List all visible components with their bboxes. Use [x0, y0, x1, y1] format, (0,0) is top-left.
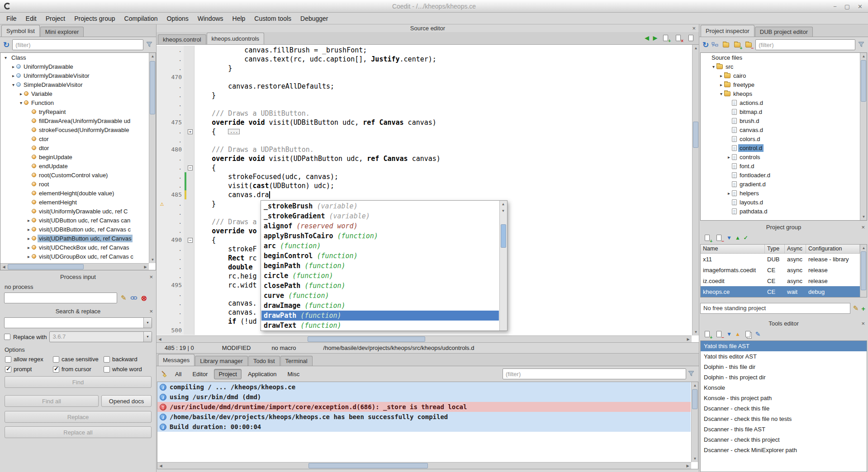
completion-item[interactable]: drawPath(function)	[261, 311, 499, 321]
completion-item[interactable]: closePath(function)	[261, 281, 499, 291]
opened-docs-button[interactable]: Opened docs	[101, 395, 152, 407]
inspector-filter-options-icon[interactable]	[858, 42, 865, 48]
messages-filter-options-icon[interactable]	[688, 371, 695, 377]
project-row[interactable]: x11DUBasyncrelease - library	[701, 254, 860, 264]
message-row[interactable]: iusing /usr/bin/dmd (dmd)	[157, 392, 691, 402]
symbol-tree-item[interactable]: ▸UniformlyDrawableVisitor	[0, 71, 156, 80]
symbol-filter-options-icon[interactable]	[146, 42, 153, 48]
scroll-right-icon[interactable]: ▶	[685, 336, 692, 343]
code-line[interactable]: 485 canvas.dra	[157, 190, 692, 199]
close-tools-editor-icon[interactable]: ×	[861, 320, 865, 328]
code-line[interactable]: .	[157, 100, 692, 109]
collapse-tree-icon[interactable]	[711, 42, 719, 48]
editor-hscrollbar[interactable]: ◀ ▶	[157, 335, 692, 342]
edit-free-standing-icon[interactable]: ✎	[853, 304, 859, 312]
expand-icon[interactable]: ▸	[26, 245, 32, 250]
code-line[interactable]: . strokeFocused(udc, canvas);	[157, 172, 692, 181]
source-file-item[interactable]: ▾src	[701, 62, 867, 71]
completion-item[interactable]: drawImage(function)	[261, 301, 499, 311]
filter-all-button[interactable]: All	[171, 369, 186, 379]
filter-editor-button[interactable]: Editor	[188, 369, 212, 379]
edit-tool-icon[interactable]: ✎	[755, 330, 761, 338]
column-header-type[interactable]: Type	[765, 245, 785, 253]
symbol-tree-item[interactable]: strokeFocused(UniformlyDrawable	[0, 125, 156, 134]
scroll-up-icon[interactable]: ▲	[500, 201, 507, 208]
scroll-thumb[interactable]	[8, 264, 84, 269]
find-all-button[interactable]: Find all	[5, 395, 99, 407]
symbol-tree-item[interactable]: ▸visit(UDCheckBox udc, ref Canvas	[0, 243, 156, 252]
source-file-item[interactable]: bitmap.d	[701, 107, 867, 116]
fold-collapse-icon[interactable]: −	[188, 238, 193, 243]
new-doc-icon[interactable]: +	[661, 33, 670, 42]
tab-mini-explorer[interactable]: Mini explorer	[40, 27, 84, 37]
symbol-tree-item[interactable]: ▾SimpleDrawableVisitor	[0, 80, 156, 89]
messages-vscrollbar[interactable]: ▲ ▼	[691, 382, 698, 462]
symbol-tree-item[interactable]: ▾Function	[0, 98, 156, 107]
menu-projects-group[interactable]: Projects group	[70, 13, 119, 24]
tab-library-manager[interactable]: Library manager	[195, 356, 248, 366]
expand-icon[interactable]: ▸	[26, 236, 32, 241]
code-line[interactable]: . canvas.text(rc, udc.caption[], Justify…	[157, 55, 692, 64]
completion-item[interactable]: beginControl(function)	[261, 251, 499, 261]
code-line[interactable]: . override void visit(UDPathButton udc, …	[157, 154, 692, 163]
code-line[interactable]: . canvas.fillBrush = _brushFont;	[157, 46, 692, 55]
menu-windows[interactable]: Windows	[193, 13, 228, 24]
column-header-async[interactable]: Async	[785, 245, 806, 253]
message-row[interactable]: i/home/basile/dev/projects/kheops/kheops…	[157, 412, 691, 422]
tool-item[interactable]: Dscanner - this file AST	[701, 424, 867, 434]
collapse-icon[interactable]: ▾	[10, 82, 16, 87]
backward-checkbox[interactable]	[104, 356, 110, 363]
close-editor-panel-icon[interactable]: ×	[692, 24, 696, 33]
collapse-icon[interactable]: ▾	[718, 91, 724, 96]
expand-icon[interactable]: ▸	[718, 82, 724, 87]
async-mode-icon[interactable]: ✓	[744, 235, 748, 241]
scroll-thumb[interactable]	[692, 389, 697, 409]
tab-todo-list[interactable]: Todo list	[248, 356, 280, 366]
move-tool-down-icon[interactable]: ▼	[726, 331, 732, 337]
expand-icon[interactable]: ▸	[26, 218, 32, 223]
completion-item[interactable]: arc(function)	[261, 241, 499, 251]
add-tool-icon[interactable]: +	[703, 330, 711, 339]
message-row[interactable]: !/usr/include/dmd/druntime/import/core/e…	[157, 402, 691, 412]
scroll-thumb[interactable]	[308, 336, 425, 342]
symbol-tree-item[interactable]: ▸Variable	[0, 89, 156, 98]
close-doc-icon[interactable]: ×	[674, 33, 683, 42]
find-button[interactable]: Find	[5, 376, 152, 388]
scroll-down-icon[interactable]: ▼	[500, 208, 507, 214]
editor-tab-kheops-control[interactable]: kheops.control	[158, 34, 206, 44]
filter-project-button[interactable]: Project	[214, 369, 241, 379]
symbol-tree-item[interactable]: ▸visit(UDPathButton udc, ref Canvas	[0, 234, 156, 243]
source-file-item[interactable]: pathdata.d	[701, 207, 867, 216]
expand-icon[interactable]: ▸	[10, 73, 16, 78]
code-line[interactable]: . canvas.restoreAllDefaults;	[157, 82, 692, 91]
fold-expand-icon[interactable]: +	[188, 129, 193, 134]
source-file-item[interactable]: ▾kheops	[701, 89, 867, 98]
close-search-panel-icon[interactable]: ×	[149, 307, 153, 316]
minimize-icon[interactable]: −	[833, 3, 837, 10]
source-file-item[interactable]: ▸cairo	[701, 71, 867, 80]
code-editor[interactable]: . canvas.fillBrush = _brushFont;. canvas…	[157, 45, 699, 343]
scroll-up-icon[interactable]: ▲	[692, 382, 698, 389]
expand-icon[interactable]: ▸	[10, 64, 16, 69]
messages-filter-input[interactable]	[503, 368, 686, 379]
code-line[interactable]: . }	[157, 91, 692, 100]
move-project-up-icon[interactable]: ▲	[735, 235, 740, 241]
case-sensitive-checkbox[interactable]	[53, 356, 59, 363]
filter-misc-button[interactable]: Misc	[283, 369, 304, 379]
remove-folder-icon[interactable]: −	[744, 41, 753, 49]
tab-dub-project-editor[interactable]: DUB project editor	[755, 27, 813, 37]
move-tool-up-icon[interactable]: ▲	[735, 331, 740, 337]
scroll-thumb[interactable]	[150, 61, 155, 114]
source-file-item[interactable]: control.d	[701, 143, 867, 152]
symbol-tree-item[interactable]: ▸visit(UDButton udc, ref Canvas can	[0, 216, 156, 225]
maximize-icon[interactable]: ▢	[844, 3, 850, 10]
symbol-filter-input[interactable]	[12, 39, 143, 50]
code-line[interactable]: . visit(cast(UDButton) udc);	[157, 181, 692, 190]
expand-icon[interactable]: ▸	[26, 254, 32, 259]
completion-item[interactable]: _strokeBrush(variable)	[261, 201, 499, 211]
expand-icon[interactable]: ▸	[18, 91, 24, 96]
symbol-tree-item[interactable]: ▾Class	[0, 53, 156, 62]
editor-tab-kheops-udcontrols[interactable]: kheops.udcontrols	[207, 33, 265, 44]
scroll-down-icon[interactable]: ▼	[860, 213, 867, 220]
code-line[interactable]: .+ { ...	[157, 127, 692, 136]
